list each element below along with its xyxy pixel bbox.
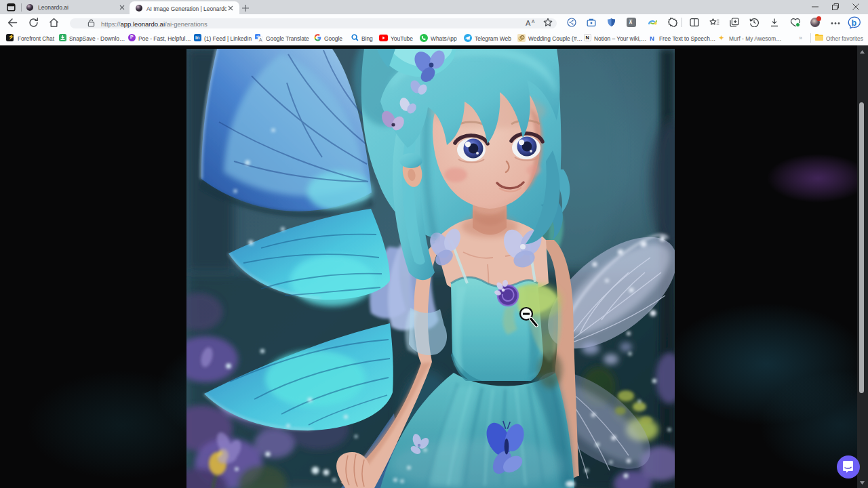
svg-text:A: A — [259, 37, 262, 41]
svg-text:A: A — [526, 19, 531, 27]
svg-text:b: b — [852, 18, 857, 28]
svg-text:A: A — [532, 19, 535, 24]
